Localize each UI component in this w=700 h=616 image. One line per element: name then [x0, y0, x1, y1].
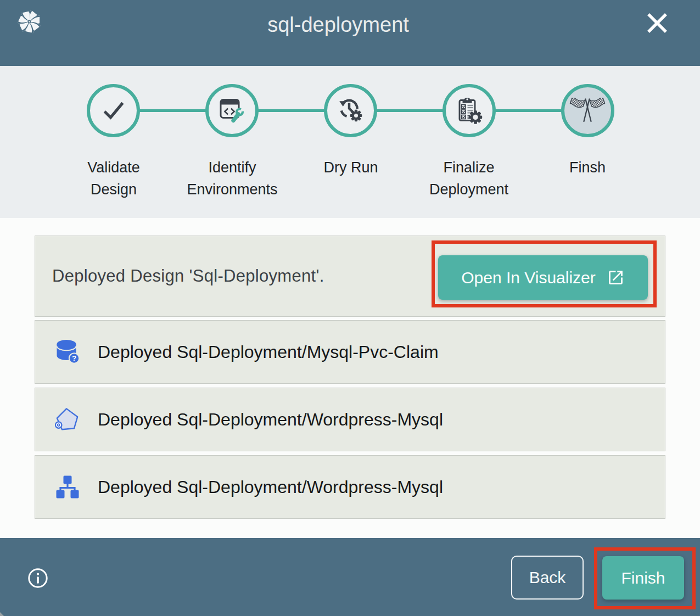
design-summary-text: Deployed Design 'Sql-Deployment'. — [52, 266, 324, 286]
back-button[interactable]: Back — [511, 556, 584, 600]
topology-icon — [55, 474, 80, 500]
open-in-visualizer-label: Open In Visualizer — [461, 268, 596, 287]
step-circle-identify — [205, 84, 259, 137]
deployed-item-text: Deployed Sql-Deployment/Mysql-Pvc-Claim — [98, 342, 439, 362]
step-label-line: Deployment — [403, 178, 535, 200]
meshery-logo-icon — [16, 8, 43, 35]
step-label-validate-design: Validate Design — [48, 156, 180, 200]
modal-header: sql-deployment — [0, 0, 700, 66]
deployed-item-row: ? Deployed Sql-Deployment/Mysql-Pvc-Clai… — [35, 320, 665, 384]
gear-part — [350, 110, 362, 122]
step-label-dry-run: Dry Run — [285, 156, 417, 178]
database-icon: ? — [55, 339, 80, 365]
step-label-line: Environments — [166, 178, 298, 200]
modal-footer: Back Finish — [0, 538, 700, 616]
step-circle-finish — [561, 84, 614, 137]
step-label-line: Finsh — [522, 156, 653, 178]
step-label-line: Design — [48, 178, 180, 200]
deployment-wizard-modal: sql-deployment Validate Design — [0, 0, 700, 616]
deployment-stepper: Validate Design — [0, 66, 700, 218]
deployed-item-text: Deployed Sql-Deployment/Wordpress-Mysql — [98, 477, 443, 497]
step-circle-validate — [87, 84, 140, 137]
step-circle-finalize — [443, 84, 496, 137]
close-x-glyph — [646, 12, 669, 35]
step-label-line: Dry Run — [285, 156, 417, 178]
history-gear-icon — [338, 97, 364, 124]
step-label-finalize-deployment: Finalize Deployment — [403, 156, 535, 200]
open-in-new-icon — [607, 268, 625, 287]
checklist-gear-icon — [455, 96, 483, 125]
info-icon[interactable] — [27, 567, 49, 589]
step-label-line: Validate — [48, 156, 180, 178]
code-window-wrench-icon — [219, 97, 245, 124]
wrench-part — [233, 107, 245, 121]
deployed-item-row: Deployed Sql-Deployment/Wordpress-Mysql — [35, 455, 665, 519]
topology-glyph — [55, 474, 80, 500]
info-circle-glyph — [27, 567, 49, 589]
deployment-results: Deployed Design 'Sql-Deployment'. Open I… — [0, 218, 700, 538]
step-label-finish: Finsh — [522, 156, 653, 178]
gear-part — [469, 110, 482, 124]
deployed-item-row: Deployed Sql-Deployment/Wordpress-Mysql — [35, 388, 665, 451]
step-label-line: Identify — [166, 156, 298, 178]
open-in-visualizer-button[interactable]: Open In Visualizer — [438, 255, 648, 300]
check-icon — [100, 97, 127, 124]
step-label-identify-environments: Identify Environments — [166, 156, 298, 200]
modal-title: sql-deployment — [267, 13, 409, 37]
step-label-line: Finalize — [403, 156, 535, 178]
svg-text:?: ? — [72, 354, 76, 362]
deployed-item-text: Deployed Sql-Deployment/Wordpress-Mysql — [98, 410, 443, 430]
pentagon-service-icon — [55, 407, 80, 432]
database-glyph: ? — [55, 339, 80, 365]
pentagon-glyph — [55, 406, 80, 433]
finish-flags-icon — [569, 98, 606, 123]
close-icon[interactable] — [646, 12, 669, 35]
finish-button[interactable]: Finish — [602, 556, 684, 600]
step-circle-dry-run — [324, 84, 377, 137]
